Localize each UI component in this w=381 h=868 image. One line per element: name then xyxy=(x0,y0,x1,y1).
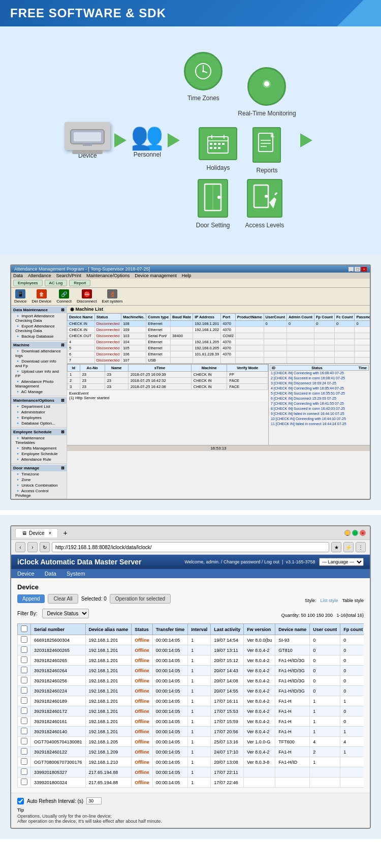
toolbar-exit[interactable]: 🚪 Exit system xyxy=(102,289,123,304)
menu-btn[interactable]: ⋮ xyxy=(356,542,366,552)
browser-close[interactable]: × xyxy=(360,530,366,536)
wth-users: User count xyxy=(310,624,340,635)
row-check[interactable] xyxy=(21,677,27,683)
web-nav-system[interactable]: System xyxy=(67,571,85,577)
sidebar-db[interactable]: 🔹 Database Option... xyxy=(11,421,67,426)
menu-device[interactable]: Device management xyxy=(135,273,177,278)
menu-data[interactable]: Data xyxy=(13,273,23,278)
row-check[interactable] xyxy=(21,707,27,714)
web-content: Device Append Clear All Selected: 0 Oper… xyxy=(11,578,370,793)
browser-maximize[interactable]: □ xyxy=(352,530,358,536)
table-style[interactable]: Table style xyxy=(342,598,364,603)
sidebar-export[interactable]: 🔹 Export Attendance Checking Data xyxy=(11,323,67,334)
app-sidebar: Data Maintenance⊠ 🔹 Import Attendance Ch… xyxy=(11,306,67,499)
close-btn[interactable]: × xyxy=(361,267,367,272)
browser-tab-label: Device xyxy=(29,530,45,536)
toolbar-device[interactable]: 📱 Device xyxy=(14,289,26,304)
maximize-btn[interactable]: □ xyxy=(355,267,360,272)
row-check[interactable] xyxy=(21,758,27,765)
row-check[interactable] xyxy=(21,717,27,724)
row-check[interactable] xyxy=(21,636,27,643)
sidebar-att-rule[interactable]: 🔹 Attendance Rule xyxy=(11,457,67,462)
toolbar-disconnect[interactable]: ⛔ Disconnect xyxy=(77,289,97,304)
browser-tab[interactable]: 🖥 Device × xyxy=(15,528,58,537)
row-check[interactable] xyxy=(21,656,27,663)
row-check[interactable] xyxy=(21,667,27,673)
access-label: Access Levels xyxy=(245,222,284,229)
web-nav-device[interactable]: Device xyxy=(17,571,35,577)
sidebar-header-maint: Maintenance/Options⊠ xyxy=(11,397,67,404)
browser-window: 🖥 Device × + _ □ × ‹ › ↻ ★ ⚡ ⋮ iClock Au… xyxy=(10,525,371,829)
sidebar-photo[interactable]: 🔹 Attendance Photo Management xyxy=(11,379,67,389)
sidebar-upload[interactable]: 🔹 Upload Options xyxy=(11,498,67,499)
toolbar-del-device[interactable]: 🗑 Del Device xyxy=(31,289,51,304)
app-menubar: Data Attendance Search/Print Maintenance… xyxy=(11,273,370,279)
svg-point-26 xyxy=(217,196,220,199)
sidebar-emp-sched[interactable]: 🔹 Employee Schedule xyxy=(11,451,67,457)
language-select[interactable]: --- Language --- xyxy=(319,558,364,566)
forward-btn[interactable]: › xyxy=(27,542,38,552)
wth-fp: Fp count xyxy=(340,624,364,635)
sidebar-unlock[interactable]: 🔹 Unlock Combination xyxy=(11,483,67,488)
row-check[interactable] xyxy=(21,697,27,704)
table-row: OGT704005704130081 192.168.1.205 Offline… xyxy=(18,737,364,747)
sidebar-dl-user[interactable]: 🔹 Download user info and Fp xyxy=(11,358,67,369)
sidebar-emp[interactable]: 🔹 Employees xyxy=(11,415,67,421)
minimize-btn[interactable]: _ xyxy=(348,267,354,272)
sidebar-timezone[interactable]: 🔹 Timezone xyxy=(11,471,67,477)
device-table-container[interactable]: Device Name Status MachineNo. Comm type … xyxy=(67,313,370,364)
row-check[interactable] xyxy=(21,738,27,744)
sidebar-section-data: Data Maintenance⊠ 🔹 Import Attendance Ch… xyxy=(11,306,67,341)
toolbar-connect[interactable]: 🔗 Connect xyxy=(56,289,72,304)
row-check[interactable] xyxy=(21,646,27,653)
web-table-container[interactable]: Serial number Device alias name Status T… xyxy=(17,623,364,788)
row-check[interactable] xyxy=(21,748,27,755)
select-all-check[interactable] xyxy=(21,625,27,632)
pagination-info: Quantity: 50 100 150 200 1-16(total 16) xyxy=(281,613,364,618)
row-check[interactable] xyxy=(21,687,27,694)
sidebar-backup[interactable]: 🔹 Backup Database xyxy=(11,334,67,339)
table-row: 3399201805327 217.65.194.88 Offline 00:0… xyxy=(18,767,364,777)
sidebar-zone[interactable]: 🔹 Zone xyxy=(11,477,67,483)
auto-refresh-check[interactable] xyxy=(17,798,24,804)
menu-help[interactable]: Help xyxy=(182,273,192,278)
menu-search[interactable]: Search/Print xyxy=(56,273,82,278)
interval-input[interactable] xyxy=(86,797,102,804)
svg-rect-16 xyxy=(218,143,220,145)
row-check[interactable] xyxy=(21,728,27,734)
web-footer: Auto Refresh Interval: (s) Tip Operation… xyxy=(11,793,370,828)
operation-btn[interactable]: Operation for selected xyxy=(110,594,171,604)
bookmark-btn[interactable]: ★ xyxy=(331,542,341,552)
row-check[interactable] xyxy=(21,779,27,785)
sidebar-timetable[interactable]: 🔹 Maintenance Timetables xyxy=(11,435,67,445)
tab-aclog[interactable]: AC Log xyxy=(45,280,68,286)
filter-bar: Filter By: Device Status xyxy=(17,609,89,618)
url-bar[interactable] xyxy=(52,542,329,552)
sidebar-dl-log[interactable]: 🔹 Download attendance logs xyxy=(11,348,67,358)
sidebar-import[interactable]: 🔹 Import Attendance Checking Data xyxy=(11,313,67,323)
refresh-btn[interactable]: ↻ xyxy=(40,542,50,552)
svg-rect-2 xyxy=(83,144,92,146)
menu-maintenance[interactable]: Maintenance/Options xyxy=(86,273,130,278)
tab-employees[interactable]: Employees xyxy=(13,280,43,286)
sidebar-access[interactable]: 🔹 Access Control Privilege xyxy=(11,488,67,498)
browser-minimize[interactable]: _ xyxy=(344,530,351,536)
sidebar-admin[interactable]: 🔹 Administrator xyxy=(11,409,67,415)
clear-all-btn[interactable]: Clear All xyxy=(48,594,78,604)
new-tab-btn[interactable]: + xyxy=(63,529,67,537)
extensions-btn[interactable]: ⚡ xyxy=(343,542,354,552)
tab-report[interactable]: Report xyxy=(69,280,90,286)
web-nav-data[interactable]: Data xyxy=(45,571,56,577)
sidebar-dept[interactable]: 🔹 Department List xyxy=(11,404,67,409)
sidebar-ac[interactable]: 🔹 AC Manage xyxy=(11,389,67,395)
sidebar-ul-user[interactable]: 🔹 Upload user info and FP xyxy=(11,369,67,379)
list-style[interactable]: List style xyxy=(320,598,338,603)
row-check[interactable] xyxy=(21,768,27,775)
menu-attendance[interactable]: Attendance xyxy=(28,273,51,278)
filter-status-select[interactable]: Device Status xyxy=(42,609,89,618)
arrow2 xyxy=(164,133,184,147)
append-btn[interactable]: Append xyxy=(17,594,45,603)
tab-close[interactable]: × xyxy=(49,530,52,536)
back-btn[interactable]: ‹ xyxy=(15,542,25,552)
sidebar-shifts[interactable]: 🔹 Shifts Management xyxy=(11,445,67,451)
